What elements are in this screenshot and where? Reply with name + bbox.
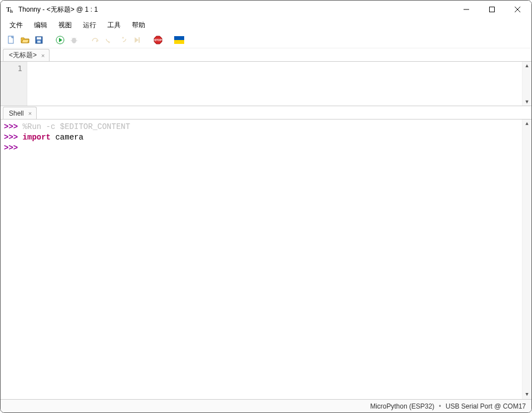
shell-line: >>>: [4, 143, 528, 153]
svg-text:STOP: STOP: [154, 38, 162, 42]
svg-rect-26: [174, 40, 184, 44]
shell-tab-close-icon[interactable]: ×: [28, 110, 32, 117]
step-out-button[interactable]: [117, 34, 129, 46]
menu-bar: 文件 编辑 视图 运行 工具 帮助: [1, 18, 531, 32]
editor-tab[interactable]: <无标题> ×: [3, 49, 50, 61]
app-window: Th Thonny - <无标题> @ 1 : 1 文件 编辑 视图 运行 工具…: [0, 0, 532, 413]
shell-tab-bar: Shell ×: [1, 106, 531, 120]
shell-tab[interactable]: Shell ×: [3, 107, 37, 119]
status-port[interactable]: USB Serial Port @ COM17: [446, 402, 526, 410]
svg-marker-20: [122, 37, 124, 38]
svg-rect-9: [37, 37, 41, 39]
menu-view[interactable]: 视图: [54, 19, 76, 31]
new-file-button[interactable]: [5, 34, 17, 46]
window-title: Thonny - <无标题> @ 1 : 1: [18, 5, 98, 14]
step-over-button[interactable]: [89, 34, 101, 46]
editor-tab-label: <无标题>: [9, 51, 37, 60]
editor-tab-bar: <无标题> ×: [1, 48, 531, 62]
open-file-button[interactable]: [19, 34, 31, 46]
editor-tab-close-icon[interactable]: ×: [41, 52, 45, 59]
svg-rect-22: [139, 37, 140, 43]
menu-edit[interactable]: 编辑: [29, 19, 52, 31]
code-editor[interactable]: [27, 62, 531, 106]
toolbar: STOP: [1, 32, 531, 48]
svg-text:h: h: [10, 8, 13, 14]
title-bar: Th Thonny - <无标题> @ 1 : 1: [1, 1, 531, 18]
close-button[interactable]: [505, 1, 530, 18]
resume-button[interactable]: [131, 34, 143, 46]
svg-rect-10: [37, 41, 41, 43]
step-into-button[interactable]: [103, 34, 115, 46]
save-button[interactable]: [33, 34, 45, 46]
editor-scrollbar[interactable]: ▲ ▼: [522, 62, 531, 106]
svg-line-17: [75, 38, 76, 39]
menu-run[interactable]: 运行: [78, 19, 101, 31]
status-separator: •: [439, 402, 441, 410]
debug-button[interactable]: [68, 34, 80, 46]
menu-help[interactable]: 帮助: [127, 19, 150, 31]
status-bar: MicroPython (ESP32) • USB Serial Port @ …: [1, 399, 531, 412]
shell-text: camera: [51, 133, 83, 142]
scroll-up-icon[interactable]: ▲: [525, 120, 528, 128]
shell-scrollbar[interactable]: ▲ ▼: [522, 120, 531, 399]
svg-rect-3: [490, 7, 495, 12]
line-number: 1: [3, 64, 22, 73]
shell-line: >>> import camera: [4, 132, 528, 143]
svg-marker-21: [135, 37, 139, 43]
shell-tab-label: Shell: [9, 110, 24, 117]
menu-file[interactable]: 文件: [5, 19, 27, 31]
shell-line: >>> %Run -c $EDITOR_CONTENT: [4, 122, 528, 132]
stop-button[interactable]: STOP: [152, 34, 164, 46]
window-controls: [454, 1, 530, 18]
svg-line-16: [72, 38, 73, 39]
editor-area: 1 ▲ ▼: [1, 62, 531, 106]
shell-keyword: import: [23, 133, 51, 142]
scroll-down-icon[interactable]: ▼: [525, 390, 528, 399]
shell-prompt: >>>: [4, 122, 23, 131]
editor-gutter: 1: [1, 62, 27, 106]
scroll-up-icon[interactable]: ▲: [525, 62, 530, 69]
shell-prompt: >>>: [4, 143, 18, 152]
shell-text: %Run -c $EDITOR_CONTENT: [23, 122, 130, 131]
svg-rect-25: [174, 36, 184, 40]
status-interpreter[interactable]: MicroPython (ESP32): [370, 402, 434, 410]
run-button[interactable]: [54, 34, 66, 46]
app-icon: Th: [6, 5, 15, 14]
shell-prompt: >>>: [4, 133, 23, 142]
ukraine-flag-icon[interactable]: [173, 34, 185, 46]
svg-marker-19: [108, 42, 110, 43]
minimize-button[interactable]: [454, 1, 479, 18]
scroll-down-icon[interactable]: ▼: [525, 98, 530, 106]
menu-tools[interactable]: 工具: [103, 19, 125, 31]
shell-area[interactable]: >>> %Run -c $EDITOR_CONTENT >>> import c…: [1, 120, 531, 399]
maximize-button[interactable]: [479, 1, 505, 18]
